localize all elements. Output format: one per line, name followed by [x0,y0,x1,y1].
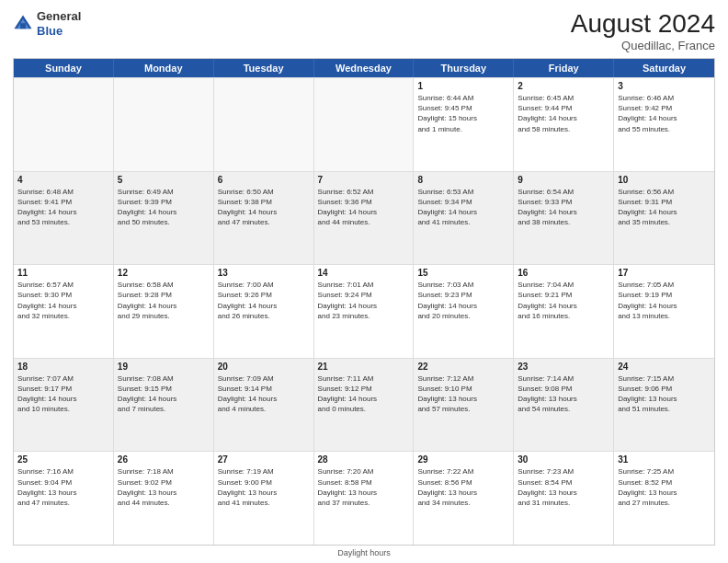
cell-info: Sunrise: 7:20 AM Sunset: 8:58 PM Dayligh… [318,466,410,508]
day-number: 2 [518,81,609,91]
calendar-cell-24: 24Sunrise: 7:15 AM Sunset: 9:06 PM Dayli… [614,359,714,452]
cell-info: Sunrise: 6:50 AM Sunset: 9:38 PM Dayligh… [218,187,310,228]
cell-info: Sunrise: 6:52 AM Sunset: 9:36 PM Dayligh… [318,187,410,228]
calendar-cell-9: 9Sunrise: 6:54 AM Sunset: 9:33 PM Daylig… [514,172,614,265]
logo: General Blue [13,9,81,38]
day-number: 29 [417,454,509,465]
cell-info: Sunrise: 7:00 AM Sunset: 9:26 PM Dayligh… [218,280,310,321]
calendar-cell-4: 4Sunrise: 6:48 AM Sunset: 9:41 PM Daylig… [14,172,114,265]
cell-info: Sunrise: 7:16 AM Sunset: 9:04 PM Dayligh… [17,466,109,508]
calendar-cell-2: 2Sunrise: 6:45 AM Sunset: 9:44 PM Daylig… [514,78,614,171]
day-number: 13 [218,268,310,278]
calendar-cell-13: 13Sunrise: 7:00 AM Sunset: 9:26 PM Dayli… [214,265,314,358]
day-number: 6 [218,175,310,185]
day-number: 16 [518,268,609,278]
calendar-cell-empty-2 [214,78,314,171]
cell-info: Sunrise: 7:15 AM Sunset: 9:06 PM Dayligh… [618,373,711,415]
day-number: 20 [218,362,310,372]
calendar-cell-31: 31Sunrise: 7:25 AM Sunset: 8:52 PM Dayli… [614,452,714,545]
calendar-row-1: 4Sunrise: 6:48 AM Sunset: 9:41 PM Daylig… [14,171,714,265]
cell-info: Sunrise: 7:07 AM Sunset: 9:17 PM Dayligh… [17,373,109,415]
weekday-header-monday: Monday [114,59,214,77]
logo-general: General [37,9,81,23]
location: Quedillac, France [571,39,715,52]
calendar-cell-5: 5Sunrise: 6:49 AM Sunset: 9:39 PM Daylig… [114,172,214,265]
day-number: 5 [118,175,210,185]
logo-text: General Blue [37,9,81,38]
day-number: 31 [618,454,711,465]
day-number: 30 [518,454,609,465]
day-number: 7 [318,175,410,185]
cell-info: Sunrise: 7:01 AM Sunset: 9:24 PM Dayligh… [318,280,410,321]
calendar: SundayMondayTuesdayWednesdayThursdayFrid… [13,58,715,546]
cell-info: Sunrise: 7:22 AM Sunset: 8:56 PM Dayligh… [417,466,509,508]
day-number: 15 [417,268,509,278]
day-number: 24 [618,362,711,372]
cell-info: Sunrise: 6:48 AM Sunset: 9:41 PM Dayligh… [17,187,109,228]
calendar-row-0: 1Sunrise: 6:44 AM Sunset: 9:45 PM Daylig… [14,77,714,171]
calendar-cell-empty-3 [314,78,415,171]
weekday-header-sunday: Sunday [14,59,114,77]
calendar-cell-18: 18Sunrise: 7:07 AM Sunset: 9:17 PM Dayli… [14,359,114,452]
cell-info: Sunrise: 7:25 AM Sunset: 8:52 PM Dayligh… [618,466,711,508]
title-block: August 2024 Quedillac, France [571,9,715,52]
logo-blue: Blue [37,24,63,38]
calendar-cell-8: 8Sunrise: 6:53 AM Sunset: 9:34 PM Daylig… [414,172,514,265]
day-number: 28 [318,454,410,465]
day-number: 23 [518,362,609,372]
day-number: 11 [17,268,109,278]
calendar-cell-30: 30Sunrise: 7:23 AM Sunset: 8:54 PM Dayli… [514,452,614,545]
day-number: 17 [618,268,711,278]
svg-rect-2 [20,23,26,29]
weekday-header-wednesday: Wednesday [314,59,415,77]
calendar-cell-29: 29Sunrise: 7:22 AM Sunset: 8:56 PM Dayli… [414,452,514,545]
day-number: 26 [118,454,210,465]
day-number: 22 [417,362,509,372]
weekday-header-thursday: Thursday [414,59,514,77]
day-number: 12 [118,268,210,278]
day-number: 1 [417,81,509,91]
cell-info: Sunrise: 6:46 AM Sunset: 9:42 PM Dayligh… [618,93,711,134]
calendar-cell-22: 22Sunrise: 7:12 AM Sunset: 9:10 PM Dayli… [414,359,514,452]
cell-info: Sunrise: 6:58 AM Sunset: 9:28 PM Dayligh… [118,280,210,321]
calendar-cell-20: 20Sunrise: 7:09 AM Sunset: 9:14 PM Dayli… [214,359,314,452]
day-number: 3 [618,81,711,91]
calendar-page: General Blue August 2024 Quedillac, Fran… [0,0,728,563]
calendar-cell-empty-0 [14,78,114,171]
weekday-header-tuesday: Tuesday [214,59,314,77]
cell-info: Sunrise: 7:08 AM Sunset: 9:15 PM Dayligh… [118,373,210,415]
calendar-cell-26: 26Sunrise: 7:18 AM Sunset: 9:02 PM Dayli… [114,452,214,545]
cell-info: Sunrise: 7:23 AM Sunset: 8:54 PM Dayligh… [518,466,609,508]
calendar-cell-empty-1 [114,78,214,171]
cell-info: Sunrise: 7:09 AM Sunset: 9:14 PM Dayligh… [218,373,310,415]
cell-info: Sunrise: 7:14 AM Sunset: 9:08 PM Dayligh… [518,373,609,415]
day-number: 8 [417,175,509,185]
day-number: 9 [518,175,609,185]
day-number: 10 [618,175,711,185]
calendar-cell-7: 7Sunrise: 6:52 AM Sunset: 9:36 PM Daylig… [314,172,415,265]
calendar-cell-16: 16Sunrise: 7:04 AM Sunset: 9:21 PM Dayli… [514,265,614,358]
day-number: 14 [318,268,410,278]
day-number: 19 [118,362,210,372]
calendar-cell-27: 27Sunrise: 7:19 AM Sunset: 9:00 PM Dayli… [214,452,314,545]
calendar-cell-19: 19Sunrise: 7:08 AM Sunset: 9:15 PM Dayli… [114,359,214,452]
day-number: 21 [318,362,410,372]
calendar-cell-6: 6Sunrise: 6:50 AM Sunset: 9:38 PM Daylig… [214,172,314,265]
cell-info: Sunrise: 6:45 AM Sunset: 9:44 PM Dayligh… [518,93,609,134]
calendar-row-2: 11Sunrise: 6:57 AM Sunset: 9:30 PM Dayli… [14,264,714,358]
calendar-cell-21: 21Sunrise: 7:11 AM Sunset: 9:12 PM Dayli… [314,359,415,452]
cell-info: Sunrise: 7:11 AM Sunset: 9:12 PM Dayligh… [318,373,410,415]
calendar-cell-25: 25Sunrise: 7:16 AM Sunset: 9:04 PM Dayli… [14,452,114,545]
cell-info: Sunrise: 6:53 AM Sunset: 9:34 PM Dayligh… [417,187,509,228]
calendar-header: SundayMondayTuesdayWednesdayThursdayFrid… [14,59,714,77]
calendar-cell-12: 12Sunrise: 6:58 AM Sunset: 9:28 PM Dayli… [114,265,214,358]
calendar-cell-14: 14Sunrise: 7:01 AM Sunset: 9:24 PM Dayli… [314,265,415,358]
calendar-row-3: 18Sunrise: 7:07 AM Sunset: 9:17 PM Dayli… [14,358,714,452]
cell-info: Sunrise: 6:54 AM Sunset: 9:33 PM Dayligh… [518,187,609,228]
calendar-cell-3: 3Sunrise: 6:46 AM Sunset: 9:42 PM Daylig… [614,78,714,171]
calendar-cell-17: 17Sunrise: 7:05 AM Sunset: 9:19 PM Dayli… [614,265,714,358]
cell-info: Sunrise: 7:04 AM Sunset: 9:21 PM Dayligh… [518,280,609,321]
cell-info: Sunrise: 7:19 AM Sunset: 9:00 PM Dayligh… [218,466,310,508]
month-year: August 2024 [571,9,715,39]
day-number: 27 [218,454,310,465]
